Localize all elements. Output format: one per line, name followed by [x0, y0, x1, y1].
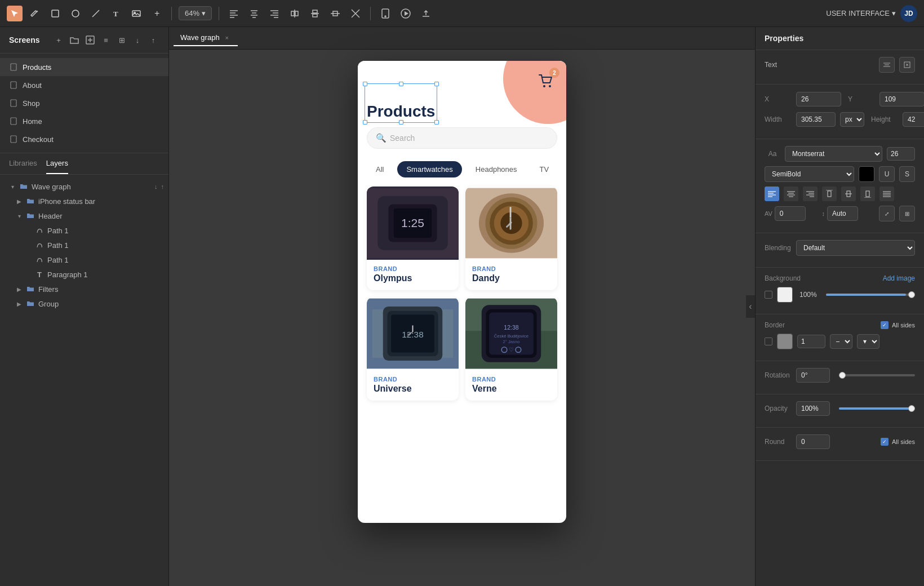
tool-rectangle[interactable]: [47, 6, 63, 21]
add-folder-btn[interactable]: [68, 34, 81, 46]
screen-item-checkout[interactable]: Checkout: [0, 130, 168, 148]
layer-filters[interactable]: ▶ Filters: [0, 282, 168, 296]
screen-item-shop[interactable]: Shop: [0, 94, 168, 112]
layer-sort-up[interactable]: ↑: [161, 183, 165, 190]
y-input[interactable]: [879, 92, 924, 106]
search-input-wrap[interactable]: 🔍 Search: [367, 127, 557, 149]
tool-add[interactable]: +: [149, 6, 165, 21]
expand-group[interactable]: ▶: [16, 300, 23, 307]
rotation-thumb[interactable]: [839, 372, 846, 379]
layer-root[interactable]: ▾ Wave graph ↓ ↑: [0, 179, 168, 194]
screen-item-home[interactable]: Home: [0, 112, 168, 130]
product-card-olympus[interactable]: 1:25 BRAND Olympus: [367, 187, 459, 290]
font-family-select[interactable]: Montserrat: [785, 146, 882, 162]
bg-opacity-thumb[interactable]: [908, 291, 915, 298]
line-height-input[interactable]: [827, 206, 858, 221]
tab-layers[interactable]: Layers: [46, 153, 68, 174]
expand-status-bar[interactable]: ▶: [16, 198, 23, 205]
add-screen-btn[interactable]: +: [52, 34, 65, 46]
text-resize-btn[interactable]: ⤢: [879, 206, 895, 221]
border-width-input[interactable]: [797, 335, 825, 348]
device-preview[interactable]: [377, 6, 393, 21]
layer-paragraph1[interactable]: T Paragraph 1: [0, 267, 168, 282]
border-color-checkbox[interactable]: [765, 338, 772, 345]
product-card-dandy[interactable]: BRAND Dandy: [465, 187, 557, 290]
canvas-tab-wave-graph[interactable]: Wave graph ×: [174, 30, 238, 46]
add-image-link[interactable]: Add image: [883, 274, 915, 282]
user-avatar[interactable]: JD: [900, 5, 917, 22]
tool-ellipse[interactable]: [68, 6, 83, 21]
screen-item-about[interactable]: About: [0, 76, 168, 94]
align-left[interactable]: [226, 6, 242, 21]
tool-text[interactable]: T: [108, 6, 124, 21]
align-text-left[interactable]: [765, 187, 779, 201]
expand-header[interactable]: ▾: [16, 212, 23, 219]
user-interface-btn[interactable]: USER INTERFACE ▾: [826, 9, 896, 17]
layer-header[interactable]: ▾ Header: [0, 208, 168, 223]
underline-btn[interactable]: U: [879, 166, 895, 182]
height-input[interactable]: [903, 112, 924, 127]
tool-pen[interactable]: [27, 6, 43, 21]
product-card-verne[interactable]: 12:38 České Budějovice 2° Jasno ♡ BRAND …: [465, 297, 557, 401]
layer-path1-a[interactable]: Path 1: [0, 223, 168, 238]
tool-line[interactable]: [88, 6, 104, 21]
text-padding-btn[interactable]: ⊞: [899, 206, 915, 221]
opacity-input[interactable]: [796, 401, 830, 416]
layer-sort-down[interactable]: ↓: [154, 183, 158, 190]
panel-collapse-arrow[interactable]: ‹: [746, 295, 755, 318]
cart-icon[interactable]: 2: [535, 70, 557, 92]
border-all-checkbox[interactable]: ✓: [881, 321, 889, 329]
border-cap-select[interactable]: ▾: [857, 334, 879, 349]
import-btn[interactable]: [84, 34, 96, 46]
align-text-middle[interactable]: [841, 187, 856, 201]
screen-item-products[interactable]: Products: [0, 58, 168, 76]
rotation-input[interactable]: [796, 368, 830, 383]
cat-tab-all[interactable]: All: [367, 161, 393, 177]
list-view-btn[interactable]: ≡: [100, 34, 112, 46]
align-center[interactable]: [246, 6, 262, 21]
layer-iphone-status-bar[interactable]: ▶ iPhone status bar: [0, 194, 168, 208]
sort-up-btn[interactable]: ↑: [147, 34, 159, 46]
align-text-justify[interactable]: [879, 187, 894, 201]
product-card-universe[interactable]: 12:38 BRAND Universe: [367, 297, 459, 401]
align-text-center[interactable]: [784, 187, 798, 201]
align-text-right[interactable]: [803, 187, 818, 201]
sort-down-btn[interactable]: ↓: [131, 34, 144, 46]
mask[interactable]: [348, 6, 363, 21]
tab-libraries[interactable]: Libraries: [9, 153, 37, 174]
letter-spacing-input[interactable]: [775, 206, 806, 221]
strikethrough-btn[interactable]: S: [899, 166, 915, 182]
font-color-swatch[interactable]: [859, 166, 874, 182]
x-input[interactable]: [796, 92, 841, 106]
border-style-select[interactable]: — - -: [830, 334, 852, 349]
blending-select[interactable]: Default Multiply Screen Overlay: [796, 240, 915, 256]
expand-filters[interactable]: ▶: [16, 286, 23, 292]
cat-tab-headphones[interactable]: Headphones: [467, 161, 526, 177]
align-text-top[interactable]: [822, 187, 837, 201]
grid-view-btn[interactable]: ⊞: [115, 34, 128, 46]
round-all-checkbox[interactable]: ✓: [881, 438, 889, 446]
bg-color-swatch[interactable]: [777, 287, 793, 303]
font-weight-select[interactable]: SemiBold Regular Bold: [765, 166, 854, 182]
distribute-h[interactable]: [287, 6, 303, 21]
opacity-thumb[interactable]: [908, 405, 915, 412]
cat-tab-tv[interactable]: TV: [531, 161, 558, 177]
font-size-input[interactable]: [887, 147, 915, 161]
crop[interactable]: [327, 6, 343, 21]
distribute-v[interactable]: [307, 6, 323, 21]
cat-tab-smartwatches[interactable]: Smartwatches: [397, 161, 461, 177]
zoom-control[interactable]: 64% ▾: [179, 6, 212, 20]
upload-button[interactable]: [418, 6, 434, 21]
expand-root[interactable]: ▾: [9, 183, 16, 190]
play-button[interactable]: [398, 6, 414, 21]
text-style-btn1[interactable]: [879, 57, 895, 73]
tool-image[interactable]: [128, 6, 144, 21]
width-input[interactable]: [796, 112, 836, 127]
layer-path1-c[interactable]: Path 1: [0, 252, 168, 267]
align-right[interactable]: [266, 6, 282, 21]
canvas-tab-close[interactable]: ×: [223, 34, 231, 42]
bg-checkbox[interactable]: [765, 291, 772, 299]
layer-group[interactable]: ▶ Group: [0, 296, 168, 311]
text-style-btn2[interactable]: [899, 57, 915, 73]
border-color-swatch[interactable]: [777, 334, 793, 349]
